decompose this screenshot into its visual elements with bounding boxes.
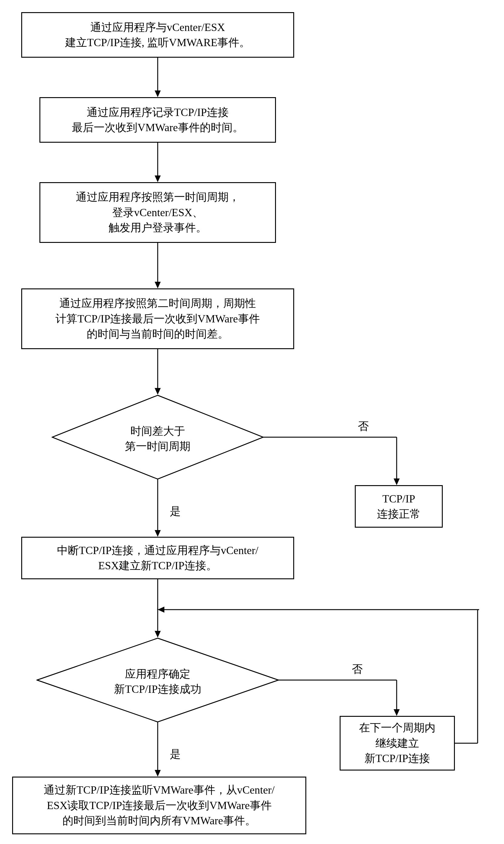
flow-decision-2: 应用程序确定 新TCP/IP连接成功 [36,638,279,723]
flow-step-4-text: 通过应用程序按照第二时间周期，周期性 计算TCP/IP连接最后一次收到VMWar… [55,296,259,342]
svg-marker-7 [155,388,161,395]
flow-retry-text: 在下一个周期内 继续建立 新TCP/IP连接 [359,720,435,766]
edge-label-yes-1: 是 [170,504,181,519]
arrow-d2-yes [154,722,161,777]
svg-marker-18 [158,607,164,613]
arrow-1-2 [154,58,161,97]
flow-step-1: 通过应用程序与vCenter/ESX 建立TCP/IP连接, 监听VMWARE事… [21,12,294,58]
arrow-4-d1 [154,349,161,395]
flow-step-3: 通过应用程序按照第一时间周期， 登录vCenter/ESX、 触发用户登录事件。 [39,182,276,243]
svg-marker-16 [155,631,161,638]
flow-decision-2-text: 应用程序确定 新TCP/IP连接成功 [114,668,201,695]
edge-label-no-2: 否 [352,662,363,677]
arrow-retry-loopback-h [158,606,479,613]
flow-step-4: 通过应用程序按照第二时间周期，周期性 计算TCP/IP连接最后一次收到VMWar… [21,289,294,349]
svg-marker-26 [155,770,161,777]
flow-step-6: 通过新TCP/IP连接监听VMWare事件，从vCenter/ ESX读取TCP… [12,777,306,834]
svg-marker-22 [394,709,400,716]
flow-step-5: 中断TCP/IP连接，通过应用程序与vCenter/ ESX建立新TCP/IP连… [21,537,294,579]
flow-decision-1: 时间差大于 第一时间周期 [52,395,264,480]
arrow-d1-yes [154,479,161,537]
flow-step-1-text: 通过应用程序与vCenter/ESX 建立TCP/IP连接, 监听VMWARE事… [65,20,250,50]
flow-step-2-text: 通过应用程序记录TCP/IP连接 最后一次收到VMWare事件的时间。 [72,105,243,135]
arrow-d2-no [278,676,406,716]
svg-marker-3 [155,175,161,182]
flow-tcp-ok: TCP/IP 连接正常 [355,485,443,528]
flow-step-2: 通过应用程序记录TCP/IP连接 最后一次收到VMWare事件的时间。 [39,97,276,143]
flow-step-6-text: 通过新TCP/IP连接监听VMWare事件，从vCenter/ ESX读取TCP… [44,782,274,828]
svg-marker-5 [155,282,161,289]
svg-marker-1 [155,90,161,97]
flow-retry: 在下一个周期内 继续建立 新TCP/IP连接 [340,716,455,771]
flow-step-3-text: 通过应用程序按照第一时间周期， 登录vCenter/ESX、 触发用户登录事件。 [76,189,239,235]
svg-marker-13 [155,530,161,537]
arrow-d1-no [263,433,406,485]
arrow-retry-loopback-v [455,609,482,745]
flow-decision-1-text: 时间差大于 第一时间周期 [125,425,191,452]
svg-marker-11 [394,479,400,485]
flow-step-5-text: 中断TCP/IP连接，通过应用程序与vCenter/ ESX建立新TCP/IP连… [57,543,258,573]
edge-label-no-1: 否 [358,419,369,434]
edge-label-yes-2: 是 [170,747,181,762]
arrow-3-4 [154,243,161,289]
flow-tcp-ok-text: TCP/IP 连接正常 [377,491,420,522]
arrow-2-3 [154,143,161,182]
arrow-5-merge [154,579,161,609]
